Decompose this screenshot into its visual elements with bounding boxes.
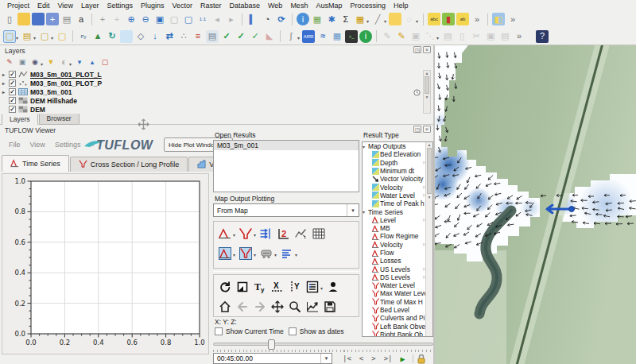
- layer-labeling-abc-button[interactable]: abc: [428, 13, 440, 25]
- result-tree-scrollbar[interactable]: ▲▼: [425, 142, 432, 336]
- lock-time-icon[interactable]: [417, 354, 426, 364]
- zoom-to-selection-button[interactable]: ▢: [168, 13, 180, 25]
- menu-database[interactable]: Database: [226, 2, 265, 10]
- menu-raster[interactable]: Raster: [196, 2, 226, 10]
- forward-button[interactable]: [251, 298, 269, 316]
- expander-icon[interactable]: ▾: [363, 209, 368, 215]
- crosssection-from-map-button[interactable]: [237, 245, 254, 262]
- result-item-mb[interactable]: MB2: [363, 224, 432, 232]
- new-print-layout-button[interactable]: ▤: [60, 13, 73, 25]
- mesh-tool-button[interactable]: [120, 30, 133, 43]
- style-manager-button[interactable]: a: [75, 13, 87, 25]
- result-item-bed-elevation[interactable]: Bed Elevation2: [363, 150, 432, 158]
- tab-time-series[interactable]: Time Series: [2, 155, 69, 172]
- field-calculator-button[interactable]: ▦: [354, 13, 366, 25]
- cursor-trace-button[interactable]: [293, 225, 310, 242]
- layer-visibility-checkbox[interactable]: ✓: [9, 71, 16, 78]
- layer-item-dem hillshade[interactable]: ✓DEM Hillshade: [0, 96, 423, 105]
- user-plot-button[interactable]: [324, 278, 342, 296]
- layer-visibility-checkbox[interactable]: ✓: [9, 88, 16, 95]
- layers-scrollbar[interactable]: ▲▼: [423, 70, 431, 114]
- collapse-all-button[interactable]: ▴: [87, 57, 98, 68]
- layer-item-m03_5m_001[interactable]: ▸✓M03_5m_001: [0, 87, 423, 96]
- result-item-losses[interactable]: Losses2: [363, 257, 432, 265]
- tuflow-menu-settings[interactable]: Settings: [51, 139, 85, 150]
- result-item-level[interactable]: Level↑↑2: [363, 216, 432, 224]
- modify-attributes-button[interactable]: ▤: [441, 30, 454, 43]
- filter-legend-button[interactable]: ▼: [45, 57, 56, 68]
- timeseries-plot-button[interactable]: [216, 225, 234, 242]
- last-timestep-button[interactable]: >|: [380, 354, 397, 362]
- clear-plot-button[interactable]: [234, 278, 251, 296]
- menu-help[interactable]: Help: [390, 2, 413, 10]
- menu-vector[interactable]: Vector: [168, 2, 196, 10]
- globe-refresh-button[interactable]: ↻: [106, 30, 118, 43]
- refresh-plot-button[interactable]: [216, 278, 234, 296]
- layer-diagram-button[interactable]: ▮: [442, 13, 455, 25]
- open-project-button[interactable]: [17, 13, 30, 25]
- checkbox-box[interactable]: [215, 327, 223, 335]
- time-slider[interactable]: [213, 339, 433, 349]
- copy-features-button[interactable]: ▣: [484, 30, 497, 43]
- axis-limits-y-button[interactable]: Y: [286, 278, 304, 296]
- tcf-tool-button[interactable]: ∴: [177, 30, 190, 43]
- tuflow-menu-file[interactable]: File: [5, 139, 25, 150]
- result-item-right-bank-ob[interactable]: Right Bank Ob2: [363, 331, 432, 337]
- select-features-dropdown[interactable]: ▾: [16, 35, 18, 41]
- result-item-flow[interactable]: Flow2: [363, 249, 432, 257]
- expander-icon[interactable]: ▸: [2, 89, 9, 95]
- axis-fonts-button[interactable]: Ty: [251, 278, 269, 296]
- processing-toolbox-button[interactable]: ✱: [325, 13, 338, 25]
- dock-tab-layers[interactable]: Layers: [2, 114, 38, 126]
- axis-limits-x-button[interactable]: X: [269, 278, 286, 296]
- toggle-editing-button[interactable]: ✎: [395, 30, 408, 43]
- result-item-vector-velocity[interactable]: Vector Velocity2: [363, 175, 432, 183]
- menu-settings[interactable]: Settings: [103, 2, 137, 10]
- open-layer-styling-button[interactable]: ✎: [4, 57, 15, 68]
- timeseries-from-map-button[interactable]: [216, 245, 234, 262]
- menu-edit[interactable]: Edit: [33, 2, 54, 10]
- menu-layer[interactable]: Layer: [77, 2, 103, 10]
- time-slider-handle[interactable]: [268, 339, 275, 350]
- culvert-plot-dropdown[interactable]: ▾: [274, 252, 277, 258]
- legend-options-button[interactable]: [278, 245, 296, 262]
- chevron-down-icon[interactable]: ▼: [320, 354, 332, 363]
- result-item-left-bank-obvert[interactable]: Left Bank Obvert2: [363, 323, 432, 331]
- open-result-item[interactable]: M03_5m_001: [214, 141, 359, 150]
- measure-button[interactable]: ╱: [371, 13, 384, 25]
- legend-toggle-button[interactable]: [304, 278, 321, 296]
- first-timestep-button[interactable]: |<: [339, 354, 355, 362]
- expression-filter-button[interactable]: ε: [58, 57, 69, 68]
- attachment-dropdown[interactable]: ▾: [297, 35, 300, 41]
- arr-tool-button[interactable]: ARR: [302, 30, 315, 43]
- manage-map-themes-button[interactable]: ◉: [29, 57, 41, 68]
- crosssection-plot-button[interactable]: [237, 225, 254, 242]
- layer-item-m03_5m_001_plot_l[interactable]: ▸✓M03_5m_001_PLOT_L: [0, 70, 423, 79]
- cut-features-button[interactable]: ✂: [470, 30, 483, 43]
- delete-selected-button[interactable]: ▯: [456, 30, 468, 43]
- menu-mesh[interactable]: Mesh: [286, 2, 312, 10]
- crosssection-from-map-dropdown[interactable]: ▾: [254, 252, 256, 258]
- import-layer-button[interactable]: ↓: [149, 30, 161, 43]
- zoom-native-button[interactable]: 1:1: [196, 13, 209, 25]
- remove-layer-button[interactable]: ▢: [99, 57, 111, 68]
- result-item-time-of-max-h[interactable]: Time of Max H2: [363, 298, 432, 306]
- help-button[interactable]: ?: [536, 30, 549, 43]
- result-item-max-water-level[interactable]: Max Water Level2: [363, 289, 432, 297]
- secondary-axis-button[interactable]: 2: [275, 225, 293, 242]
- flow-tool-button[interactable]: ≈: [316, 30, 329, 43]
- next-timestep-button[interactable]: >: [367, 354, 379, 362]
- zoom-to-layer-button[interactable]: ▢: [182, 13, 195, 25]
- check-tool-2-button[interactable]: ✓: [235, 30, 247, 43]
- zoom-last-button[interactable]: ◂: [211, 13, 223, 25]
- check-tool-1-button[interactable]: ✓: [220, 30, 233, 43]
- vertex-tool-dropdown[interactable]: ▾: [436, 35, 439, 41]
- float-panel-icon[interactable]: ◳: [413, 126, 421, 133]
- layer-visibility-checkbox[interactable]: ✓: [9, 79, 16, 87]
- layer-visibility-checkbox[interactable]: ✓: [9, 106, 16, 113]
- legend-options-dropdown[interactable]: ▾: [295, 252, 297, 258]
- expand-all-button[interactable]: ▾: [74, 57, 85, 68]
- menu-project[interactable]: Project: [3, 2, 33, 10]
- zoom-next-button[interactable]: ▸: [225, 13, 238, 25]
- result-item-depth[interactable]: Depth↑↑2: [363, 159, 432, 167]
